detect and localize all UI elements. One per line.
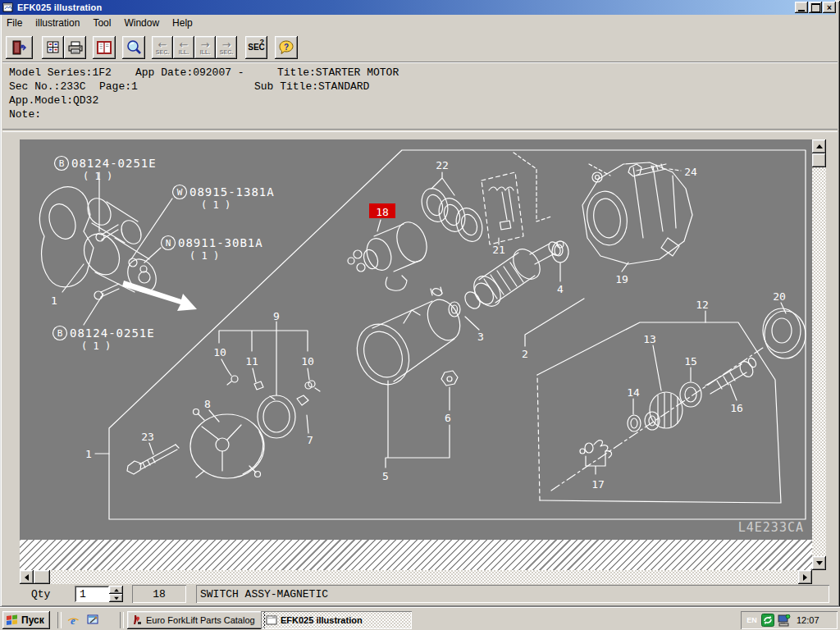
arrow-up-icon xyxy=(114,588,119,591)
language-indicator[interactable]: EN xyxy=(745,614,759,627)
prev-illustration-button[interactable]: ← ILL. xyxy=(173,36,194,59)
qty-up-button[interactable] xyxy=(109,586,123,594)
vertical-scroll-thumb[interactable] xyxy=(812,153,826,167)
horizontal-scroll-thumb[interactable] xyxy=(34,570,50,584)
arrow-right-icon: → xyxy=(201,40,210,49)
qty-input[interactable]: 1 xyxy=(75,586,109,602)
part-label-22[interactable]: 22 xyxy=(436,159,449,171)
part-label-23[interactable]: 23 xyxy=(141,431,154,443)
scroll-left-button[interactable] xyxy=(20,570,34,584)
part-label-2[interactable]: 2 xyxy=(522,348,528,360)
prev-illustration-label: ILL. xyxy=(179,49,189,55)
app-icon xyxy=(2,2,14,13)
window-title: EFK025 illustration xyxy=(17,2,102,12)
part-code-label[interactable]: 08124-0251E xyxy=(70,326,155,340)
book-icon xyxy=(96,40,112,56)
menu-window[interactable]: Window xyxy=(117,16,166,30)
start-button[interactable]: Пуск xyxy=(2,611,50,629)
arrow-left-icon: ← xyxy=(158,40,167,49)
svg-text:?: ? xyxy=(284,43,289,52)
network-tray-icon[interactable] xyxy=(777,614,791,627)
horizontal-scrollbar[interactable] xyxy=(20,570,812,584)
callout-letter: W xyxy=(177,187,183,198)
parts-diagram-svg[interactable]: 1118222124194322012131514161791011108237… xyxy=(20,139,812,540)
part-label-16[interactable]: 16 xyxy=(730,402,743,414)
part-label-19[interactable]: 19 xyxy=(615,273,628,285)
task-button-catalog[interactable]: Euro ForkLift Parts Catalog xyxy=(127,611,265,629)
catalog-index-button[interactable] xyxy=(42,36,64,59)
part-label-6[interactable]: 6 xyxy=(445,412,451,424)
part-code-label[interactable]: 08124-0251E xyxy=(71,157,157,170)
part-label-14[interactable]: 14 xyxy=(627,386,640,399)
help-button[interactable]: ? xyxy=(275,36,298,59)
part-name-box: SWITCH ASSY-MAGNETIC xyxy=(196,585,829,603)
menu-help[interactable]: Help xyxy=(166,16,199,30)
part-label-13[interactable]: 13 xyxy=(643,333,656,345)
part-info-bar: Qty 1 18 SWITCH ASSY-MAGNETIC xyxy=(2,584,838,605)
part-label-1[interactable]: 1 xyxy=(51,294,57,307)
print-button[interactable] xyxy=(64,36,86,59)
part-label-20[interactable]: 20 xyxy=(773,290,786,303)
prev-section-button[interactable]: ← SEC. xyxy=(152,36,173,59)
part-label-7[interactable]: 7 xyxy=(307,434,313,446)
minimize-button[interactable] xyxy=(795,2,808,13)
start-label: Пуск xyxy=(21,614,44,626)
part-label-17[interactable]: 17 xyxy=(591,478,605,491)
part-label-11[interactable]: 11 xyxy=(245,355,258,368)
vertical-scrollbar[interactable] xyxy=(812,139,826,570)
note-field: Note: xyxy=(9,108,41,121)
next-illustration-button[interactable]: → ILL. xyxy=(194,36,216,59)
zoom-button[interactable] xyxy=(122,36,145,59)
part-label-1[interactable]: 1 xyxy=(85,448,92,460)
next-section-button[interactable]: → SEC. xyxy=(216,36,237,59)
prev-section-label: SEC. xyxy=(156,49,169,55)
part-label-10[interactable]: 10 xyxy=(301,355,314,368)
app-window: EFK025 illustration × File illustration … xyxy=(0,0,840,607)
part-label-5[interactable]: 5 xyxy=(382,470,389,482)
part-label-24[interactable]: 24 xyxy=(684,166,697,178)
system-tray: EN 12:07 xyxy=(741,611,838,629)
part-label-15[interactable]: 15 xyxy=(684,355,697,368)
qty-down-button[interactable] xyxy=(109,594,123,602)
scroll-up-button[interactable] xyxy=(812,139,826,153)
book-view-button[interactable] xyxy=(93,36,116,59)
drawing-code: L4E233CA xyxy=(738,520,804,535)
scroll-down-button[interactable] xyxy=(812,556,826,570)
app-date-field: App Date:092007 - xyxy=(135,66,244,79)
show-desktop-icon[interactable] xyxy=(85,613,100,628)
scroll-right-button[interactable] xyxy=(798,570,812,584)
part-qty-label: ( 1 ) xyxy=(81,340,111,352)
close-button[interactable]: × xyxy=(823,2,836,13)
internet-explorer-icon[interactable]: e xyxy=(66,613,80,628)
part-code-label[interactable]: 08911-30B1A xyxy=(178,236,263,249)
menu-illustration[interactable]: illustration xyxy=(29,16,86,30)
printer-icon xyxy=(67,40,84,55)
part-label-9[interactable]: 9 xyxy=(273,310,280,322)
part-label-18[interactable]: 18 xyxy=(376,206,389,218)
menu-file[interactable]: File xyxy=(0,16,29,30)
task-button-illustration[interactable]: EFK025 illustration xyxy=(261,611,412,629)
title-bar[interactable]: EFK025 illustration × xyxy=(0,0,835,15)
part-qty-label: ( 1 ) xyxy=(83,171,112,182)
part-label-10[interactable]: 10 xyxy=(213,346,226,358)
update-tray-icon[interactable] xyxy=(761,614,774,627)
task-button-label: Euro ForkLift Parts Catalog xyxy=(146,615,255,625)
part-code-label[interactable]: 08915-1381A xyxy=(189,185,275,199)
menu-tool[interactable]: Tool xyxy=(86,16,117,30)
arrow-left-icon xyxy=(25,574,29,581)
clock: 12:07 xyxy=(797,615,819,625)
part-label-12[interactable]: 12 xyxy=(696,299,709,311)
illustration-viewport[interactable]: 1118222124194322012131514161791011108237… xyxy=(20,139,812,540)
divider xyxy=(2,129,838,132)
part-label-4[interactable]: 4 xyxy=(557,283,564,295)
help-balloon-icon: ? xyxy=(278,39,294,56)
exit-button[interactable] xyxy=(6,36,33,59)
windows-logo-icon xyxy=(6,614,19,626)
part-label-8[interactable]: 8 xyxy=(204,398,211,410)
maximize-button[interactable] xyxy=(809,2,822,13)
part-label-21[interactable]: 21 xyxy=(492,244,505,256)
arrow-right-icon xyxy=(803,574,807,581)
taskbar: Пуск e Euro ForkLift Parts Catalog EFK xyxy=(0,607,840,630)
part-label-3[interactable]: 3 xyxy=(477,331,484,343)
section-search-button[interactable]: SEC ? xyxy=(245,36,267,59)
